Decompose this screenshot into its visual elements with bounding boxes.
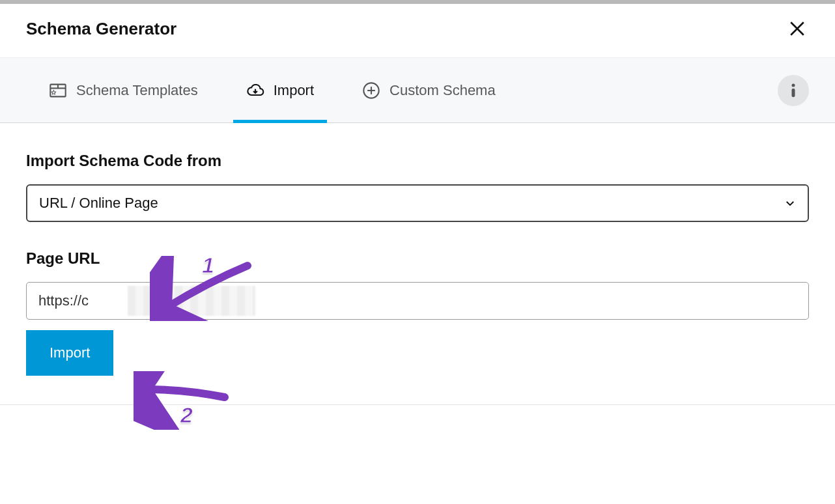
modal-title: Schema Generator [26,19,177,39]
info-icon [790,83,797,98]
cloud-download-icon [246,81,264,100]
import-panel: Import Schema Code from URL / Online Pag… [0,123,835,404]
url-input-wrap [26,282,809,320]
tabs-bar: Schema Templates Import Custom Schema [0,58,835,123]
svg-point-9 [792,83,795,87]
close-button[interactable] [785,17,809,40]
import-button[interactable]: Import [26,330,113,376]
modal-header: Schema Generator [0,4,835,58]
svg-rect-10 [792,89,795,97]
source-select-wrap: URL / Online Page [26,184,809,222]
tab-label: Import [274,82,314,99]
url-label: Page URL [26,249,809,268]
schema-generator-modal: Schema Generator Schema Templates [0,4,835,405]
templates-icon [49,81,67,100]
info-button[interactable] [778,75,809,106]
tab-import[interactable]: Import [240,58,320,122]
redacted-overlay [128,286,255,316]
source-label: Import Schema Code from [26,152,809,170]
tab-label: Custom Schema [389,82,496,99]
tab-custom-schema[interactable]: Custom Schema [356,58,502,122]
tab-label: Schema Templates [76,82,198,99]
source-select[interactable]: URL / Online Page [26,184,809,222]
annotation-label: 2 [180,402,193,428]
source-select-value: URL / Online Page [39,195,158,212]
close-icon [789,20,806,37]
plus-circle-icon [362,81,380,100]
tab-schema-templates[interactable]: Schema Templates [42,58,205,122]
